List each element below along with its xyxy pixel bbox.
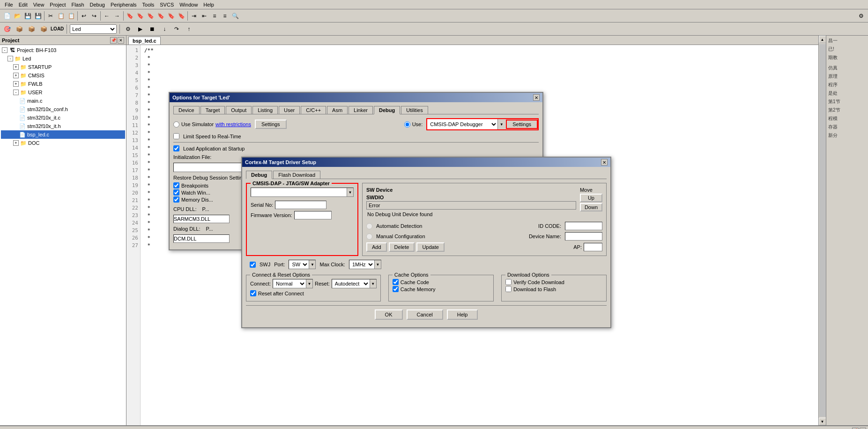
paste-btn[interactable]: 📋 [66, 11, 76, 21]
stop-btn[interactable]: ⏹ [147, 24, 157, 34]
build3-btn[interactable]: 📦 [26, 24, 37, 34]
serial-no-input[interactable] [275, 201, 326, 209]
memory-display-checkbox[interactable] [173, 196, 179, 203]
download-to-flash-checkbox[interactable] [505, 286, 512, 292]
bookmark-btn[interactable]: 🔖 [125, 11, 135, 21]
panel-close-btn[interactable]: ✕ [118, 37, 124, 44]
cortex-help-btn[interactable]: Help [447, 309, 478, 320]
toggle-user[interactable]: - [13, 90, 19, 95]
bookmark3-btn[interactable]: 🔖 [145, 11, 156, 21]
menu-window[interactable]: Window [177, 1, 200, 8]
save-all-btn[interactable]: 💾 [33, 11, 43, 21]
tab-utilities[interactable]: Utilities [401, 106, 428, 114]
redo-btn[interactable]: ↪ [89, 11, 99, 21]
firmware-version-input[interactable] [294, 211, 332, 219]
update-btn[interactable]: Update [416, 242, 444, 252]
cortex-dialog-close[interactable]: ✕ [601, 159, 608, 166]
bookmark2-btn[interactable]: 🔖 [135, 11, 145, 21]
bookmark5-btn[interactable]: 🔖 [166, 11, 176, 21]
new-btn[interactable]: 📄 [2, 11, 12, 21]
menu-help[interactable]: Help [200, 1, 217, 8]
menu-flash[interactable]: Flash [69, 1, 87, 8]
editor-scrollbar[interactable]: ▲ ▼ [818, 36, 826, 425]
breakpoints-checkbox[interactable] [173, 182, 179, 188]
reset-select[interactable]: Autodetect [332, 279, 370, 288]
build4-btn[interactable]: 📦 [38, 24, 49, 34]
tree-item-it-c[interactable]: 📄 stm32f10x_it.c [1, 113, 125, 122]
connect-arrow[interactable]: ▼ [306, 279, 312, 288]
toggle-startup[interactable]: + [13, 64, 19, 70]
tree-item-it-h[interactable]: 📄 stm32f10x_it.h [1, 122, 125, 130]
tab-output[interactable]: Output [226, 106, 252, 114]
dialog-dll-input[interactable] [173, 234, 230, 243]
id-code-input[interactable] [565, 222, 602, 230]
limit-speed-checkbox[interactable] [173, 133, 179, 139]
tab-listing[interactable]: Listing [252, 106, 278, 114]
tree-item-main[interactable]: 📄 main.c [1, 97, 125, 105]
unindent-btn[interactable]: ⇤ [199, 11, 209, 21]
menu-peripherals[interactable]: Peripherals [108, 1, 140, 8]
open-btn[interactable]: 📂 [12, 11, 22, 21]
cortex-ok-btn[interactable]: OK [375, 309, 403, 320]
prev-btn[interactable]: ← [102, 11, 112, 21]
down-btn[interactable]: Down [580, 203, 602, 211]
config-btn[interactable]: ⚙ [856, 11, 866, 21]
toggle-project[interactable]: - [2, 47, 7, 53]
clock-arrow[interactable]: ▼ [374, 260, 381, 269]
tab-debug[interactable]: Debug [374, 106, 400, 114]
ap-input[interactable] [584, 243, 602, 251]
adapter-dropdown[interactable]: ▼ [251, 188, 354, 197]
cortex-tab-flash[interactable]: Flash Download [273, 171, 320, 179]
step-out-btn[interactable]: ↑ [184, 24, 194, 34]
reset-arrow[interactable]: ▼ [370, 279, 376, 288]
bottom-panel-pin[interactable]: 📌 [852, 428, 859, 429]
tree-item-led[interactable]: - 📁 Led [1, 54, 125, 63]
menu-tools[interactable]: Tools [140, 1, 157, 8]
format2-btn[interactable]: ≡ [220, 11, 230, 21]
target-select[interactable]: Led [70, 24, 117, 34]
adapter-arrow[interactable]: ▼ [347, 188, 353, 196]
step-btn[interactable]: ↓ [159, 24, 170, 34]
add-btn[interactable]: Add [366, 242, 387, 252]
scroll-down-btn[interactable]: ▼ [819, 418, 826, 425]
cut-btn[interactable]: ✂ [45, 11, 56, 21]
max-clock-select[interactable]: 1MHz [349, 260, 374, 269]
use-debugger-radio[interactable] [404, 121, 410, 128]
delete-btn[interactable]: Delete [389, 242, 415, 252]
manual-config-radio[interactable] [366, 233, 372, 240]
tree-item-user[interactable]: - 📁 USER [1, 88, 125, 97]
tree-item-conf[interactable]: 📄 stm32f10x_conf.h [1, 105, 125, 113]
cpu-dll-input[interactable] [173, 215, 230, 223]
connect-select[interactable]: Normal [273, 279, 306, 288]
indent-btn[interactable]: ⇥ [189, 11, 199, 21]
format-btn[interactable]: ≡ [209, 11, 220, 21]
port-select[interactable]: SW [289, 260, 309, 269]
toggle-cmsis[interactable]: + [13, 73, 19, 78]
tab-target[interactable]: Target [200, 106, 225, 114]
toggle-doc[interactable]: + [13, 140, 19, 146]
port-arrow[interactable]: ▼ [309, 260, 315, 269]
up-btn[interactable]: Up [580, 194, 602, 202]
copy-btn[interactable]: 📋 [56, 11, 66, 21]
menu-svcs[interactable]: SVCS [157, 1, 177, 8]
cache-memory-checkbox[interactable] [393, 286, 399, 292]
simulator-settings-btn[interactable]: Settings [255, 120, 287, 129]
bookmark6-btn[interactable]: 🔖 [176, 11, 186, 21]
watch-windows-checkbox[interactable] [173, 189, 179, 196]
tab-linker[interactable]: Linker [349, 106, 373, 114]
tree-item-fwlb[interactable]: + 📁 FWLB [1, 80, 125, 88]
step-over-btn[interactable]: ↷ [171, 24, 182, 34]
device-name-input[interactable] [565, 232, 602, 241]
scroll-up-btn[interactable]: ▲ [819, 36, 826, 43]
with-restrictions-link[interactable]: with restrictions [215, 121, 251, 127]
debug-btn[interactable]: ▶ [135, 24, 145, 34]
swj-checkbox[interactable] [250, 262, 256, 268]
tab-user[interactable]: User [279, 106, 300, 114]
panel-pin-btn[interactable]: 📌 [110, 37, 117, 44]
debugger-select[interactable]: CMSIS-DAP Debugger [427, 119, 497, 129]
toggle-led[interactable]: - [7, 56, 13, 61]
reset-after-connect-checkbox[interactable] [250, 290, 256, 296]
debugger-settings-btn[interactable]: Settings [506, 120, 538, 129]
tab-cpp[interactable]: C/C++ [301, 106, 326, 114]
load-application-checkbox[interactable] [173, 145, 179, 151]
